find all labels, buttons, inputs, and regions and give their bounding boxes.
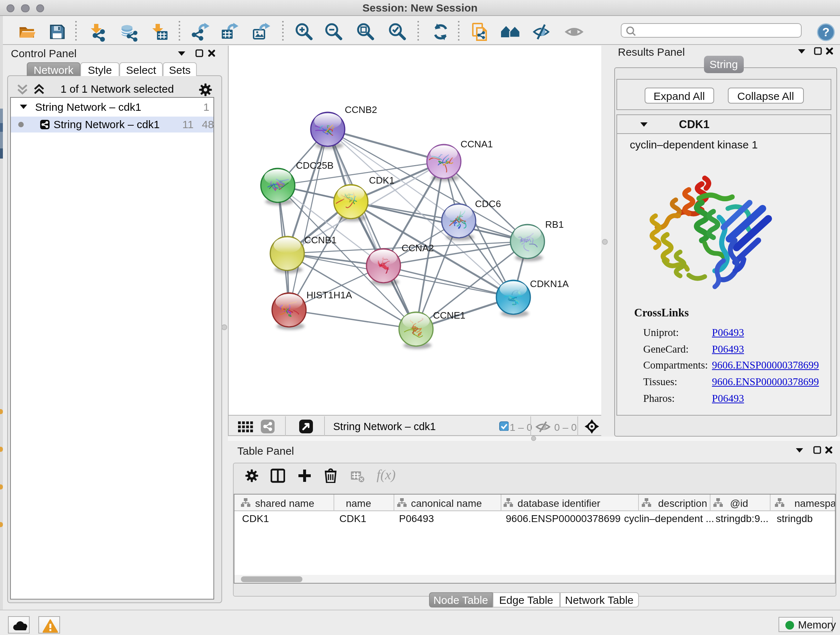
svg-text:CCNA2: CCNA2 [401, 242, 433, 253]
svg-text:CCNB2: CCNB2 [344, 104, 377, 115]
svg-text:HIST1H1A: HIST1H1A [306, 290, 352, 301]
svg-text:CDC25B: CDC25B [295, 160, 333, 171]
svg-text:RB1: RB1 [545, 219, 563, 230]
svg-text:?: ? [822, 25, 829, 38]
svg-text:CCNB1: CCNB1 [304, 234, 336, 245]
svg-text:CCNE1: CCNE1 [433, 310, 465, 321]
svg-text:CCNA1: CCNA1 [460, 139, 493, 149]
svg-text:CDC6: CDC6 [475, 198, 501, 209]
svg-text:CDK1: CDK1 [369, 175, 394, 186]
svg-text:CDKN1A: CDKN1A [530, 279, 568, 289]
